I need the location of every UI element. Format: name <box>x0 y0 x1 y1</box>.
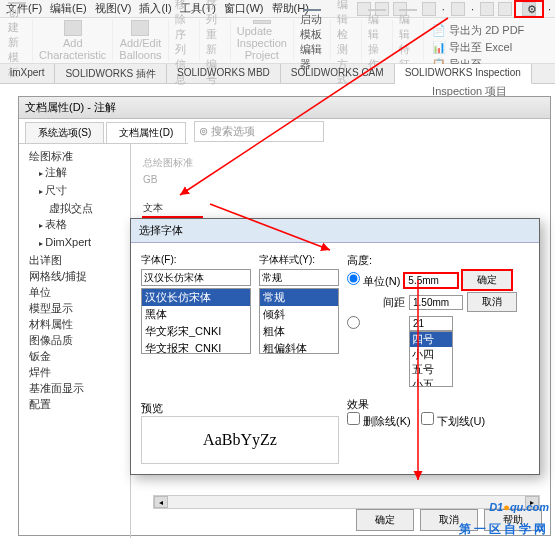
scroll-left[interactable]: ◂ <box>154 496 168 508</box>
gear-icon[interactable]: ⚙ <box>522 2 536 16</box>
ok-button[interactable]: 确定 <box>356 509 414 531</box>
overall-std-label: 总绘图标准 <box>143 156 538 170</box>
tree-item[interactable]: 模型显示 <box>21 300 128 316</box>
watermark: D1●qu.com 第一区自学网 <box>459 491 549 540</box>
list-item[interactable]: 倾斜 <box>260 306 338 323</box>
tab-sw-cam[interactable]: SOLIDWORKS CAM <box>281 64 395 83</box>
list-item[interactable]: 华文报宋_CNKI <box>142 340 250 354</box>
addin-tabs: imXpert SOLIDWORKS 插件 SOLIDWORKS MBD SOL… <box>0 64 555 84</box>
export-excel[interactable]: 📊 导出至 Excel <box>432 39 545 56</box>
menu-edit[interactable]: 编辑(E) <box>46 1 91 16</box>
tree-item[interactable]: 单位 <box>21 284 128 300</box>
unit-radio[interactable]: 单位(N) <box>347 272 400 289</box>
preview-label: 预览 <box>141 401 339 416</box>
toolbar-icon[interactable] <box>451 2 465 16</box>
font-dialog: 选择字体 字体(F): 汉仪长仿宋体 黑体 华文彩宋_CNKI 华文报宋_CNK… <box>130 218 540 475</box>
toolbar-icon[interactable] <box>422 2 436 16</box>
list-item[interactable]: 粗体 <box>260 323 338 340</box>
ribbon: 创建新模板 AddCharacteristic Add/EditBalloons… <box>0 18 555 64</box>
ribbon-btn[interactable]: 编辑特征 <box>393 20 424 61</box>
tree-item[interactable]: 配置 <box>21 396 128 412</box>
ribbon-btn[interactable]: 序列重新编号 <box>200 20 231 61</box>
ribbon-btn[interactable]: 移除序列信息 <box>169 20 200 61</box>
tree-item[interactable]: DimXpert <box>21 234 128 252</box>
tab-sw-mbd[interactable]: SOLIDWORKS MBD <box>167 64 281 83</box>
tree-item[interactable]: 虚拟交点 <box>21 200 128 216</box>
effects-label: 效果 <box>347 397 529 412</box>
list-item[interactable]: 小五 <box>410 377 452 387</box>
tree-item[interactable]: 基准面显示 <box>21 380 128 396</box>
ok-button[interactable]: 确定 <box>462 270 512 290</box>
underline-checkbox[interactable]: 下划线(U) <box>421 412 485 429</box>
size-list[interactable]: 四号 小四 五号 小五 <box>409 331 453 387</box>
overall-std-value: GB <box>143 174 538 185</box>
ribbon-btn[interactable]: 启动模板编辑器 <box>294 20 331 61</box>
points-radio[interactable]: 间距 <box>347 316 405 333</box>
tab-sw-addins[interactable]: SOLIDWORKS 插件 <box>55 64 167 83</box>
tree-item[interactable]: 尺寸 <box>21 182 128 200</box>
tree-item[interactable]: 材料属性 <box>21 316 128 332</box>
strike-checkbox[interactable]: 删除线(K) <box>347 412 411 429</box>
points-input[interactable] <box>409 316 453 331</box>
list-item[interactable]: 汉仪长仿宋体 <box>142 289 250 306</box>
tree-item[interactable]: 出详图 <box>21 252 128 268</box>
menu-insert[interactable]: 插入(I) <box>135 1 175 16</box>
space-input[interactable] <box>409 295 463 310</box>
tab-sw-inspection[interactable]: SOLIDWORKS Inspection <box>395 64 532 84</box>
toolbar-icon[interactable] <box>480 2 494 16</box>
export-panel: 📄 导出为 2D PDF 📊 导出至 Excel 📋 导出至 SOLIDWORK… <box>424 20 553 61</box>
menubar: 文件(F) 编辑(E) 视图(V) 插入(I) 工具(T) 窗口(W) 帮助(H… <box>0 0 555 18</box>
style-input[interactable] <box>259 269 339 286</box>
font-dialog-title: 选择字体 <box>131 219 539 243</box>
list-item[interactable]: 常规 <box>260 289 338 306</box>
space-label: 间距 <box>347 295 405 310</box>
list-item[interactable]: 黑体 <box>142 306 250 323</box>
list-item[interactable]: 华文彩宋_CNKI <box>142 323 250 340</box>
tab-doc-properties[interactable]: 文档属性(D) <box>106 122 186 143</box>
ribbon-btn[interactable]: 编辑检测方式 <box>331 20 362 61</box>
tree-item[interactable]: 注解 <box>21 164 128 182</box>
tree-item[interactable]: 钣金 <box>21 348 128 364</box>
tree-item[interactable]: 焊件 <box>21 364 128 380</box>
tab-system-options[interactable]: 系统选项(S) <box>25 122 104 143</box>
style-label: 字体样式(Y): <box>259 253 339 267</box>
text-label: 文本 <box>143 201 538 215</box>
style-list[interactable]: 常规 倾斜 粗体 粗偏斜体 <box>259 288 339 354</box>
ribbon-btn[interactable]: 创建新模板 <box>2 20 33 61</box>
ribbon-btn[interactable]: 编辑操作 <box>362 20 393 61</box>
list-item[interactable]: 粗偏斜体 <box>260 340 338 354</box>
ribbon-btn[interactable]: AddCharacteristic <box>33 20 113 61</box>
tree-item[interactable]: 表格 <box>21 216 128 234</box>
font-label: 字体(F): <box>141 253 251 267</box>
ribbon-btn[interactable]: Update InspectionProject <box>231 20 294 61</box>
list-item[interactable]: 小四 <box>410 347 452 362</box>
menu-window[interactable]: 窗口(W) <box>220 1 268 16</box>
height-label: 高度: <box>347 253 529 268</box>
export-2dpdf[interactable]: 📄 导出为 2D PDF <box>432 22 545 39</box>
preview-box: AaBbYyZz <box>141 416 339 464</box>
search-icon: ⊚ <box>199 125 208 138</box>
tree-item[interactable]: 绘图标准 <box>21 148 128 164</box>
unit-input[interactable] <box>404 273 458 288</box>
list-item[interactable]: 四号 <box>410 332 452 347</box>
options-tree[interactable]: 绘图标准 注解 尺寸 虚拟交点 表格 DimXpert 出详图 网格线/捕捉 单… <box>19 144 131 538</box>
menu-view[interactable]: 视图(V) <box>91 1 136 16</box>
search-options[interactable]: ⊚搜索选项 <box>194 121 324 142</box>
font-list[interactable]: 汉仪长仿宋体 黑体 华文彩宋_CNKI 华文报宋_CNKI <box>141 288 251 354</box>
tab-imxpert[interactable]: imXpert <box>0 64 55 83</box>
font-input[interactable] <box>141 269 251 286</box>
list-item[interactable]: 五号 <box>410 362 452 377</box>
ribbon-btn[interactable]: Add/EditBalloons <box>113 20 168 61</box>
tree-item[interactable]: 图像品质 <box>21 332 128 348</box>
toolbar-icon[interactable] <box>498 2 512 16</box>
dialog-title: 文档属性(D) - 注解 <box>19 97 550 119</box>
cancel-button[interactable]: 取消 <box>467 292 517 312</box>
tree-item[interactable]: 网格线/捕捉 <box>21 268 128 284</box>
